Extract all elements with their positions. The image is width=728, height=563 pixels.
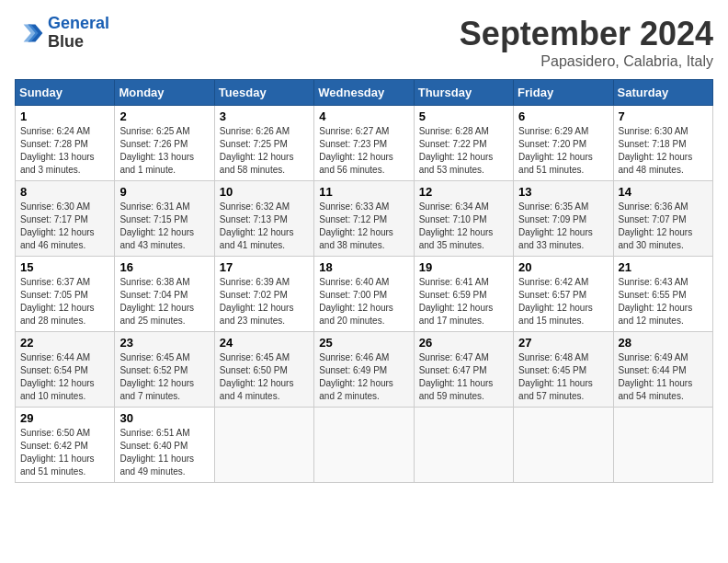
calendar-cell: 25Sunrise: 6:46 AM Sunset: 6:49 PM Dayli… bbox=[314, 332, 414, 408]
calendar-cell: 17Sunrise: 6:39 AM Sunset: 7:02 PM Dayli… bbox=[214, 257, 313, 332]
day-info: Sunrise: 6:46 AM Sunset: 6:49 PM Dayligh… bbox=[319, 351, 408, 403]
header-day-thursday: Thursday bbox=[414, 80, 513, 106]
calendar-table: SundayMondayTuesdayWednesdayThursdayFrid… bbox=[15, 79, 713, 483]
calendar-cell: 3Sunrise: 6:26 AM Sunset: 7:25 PM Daylig… bbox=[214, 106, 313, 181]
day-number: 17 bbox=[220, 260, 309, 274]
day-number: 21 bbox=[619, 260, 708, 274]
day-number: 9 bbox=[119, 185, 209, 199]
day-info: Sunrise: 6:32 AM Sunset: 7:13 PM Dayligh… bbox=[220, 201, 309, 252]
day-number: 2 bbox=[119, 109, 209, 123]
day-info: Sunrise: 6:49 AM Sunset: 6:44 PM Dayligh… bbox=[619, 351, 708, 403]
day-number: 10 bbox=[220, 185, 309, 199]
calendar-cell: 4Sunrise: 6:27 AM Sunset: 7:23 PM Daylig… bbox=[314, 106, 414, 181]
week-row-3: 15Sunrise: 6:37 AM Sunset: 7:05 PM Dayli… bbox=[16, 257, 713, 332]
calendar-cell: 1Sunrise: 6:24 AM Sunset: 7:28 PM Daylig… bbox=[16, 106, 115, 181]
calendar-header-row: SundayMondayTuesdayWednesdayThursdayFrid… bbox=[16, 80, 713, 106]
day-info: Sunrise: 6:31 AM Sunset: 7:15 PM Dayligh… bbox=[119, 201, 209, 252]
day-info: Sunrise: 6:27 AM Sunset: 7:23 PM Dayligh… bbox=[319, 125, 408, 177]
day-info: Sunrise: 6:24 AM Sunset: 7:28 PM Dayligh… bbox=[20, 125, 109, 177]
week-row-4: 22Sunrise: 6:44 AM Sunset: 6:54 PM Dayli… bbox=[16, 332, 713, 408]
day-number: 8 bbox=[20, 185, 109, 199]
calendar-cell: 9Sunrise: 6:31 AM Sunset: 7:15 PM Daylig… bbox=[115, 181, 214, 257]
calendar-cell: 18Sunrise: 6:40 AM Sunset: 7:00 PM Dayli… bbox=[314, 257, 414, 332]
day-info: Sunrise: 6:36 AM Sunset: 7:07 PM Dayligh… bbox=[619, 201, 708, 252]
calendar-cell: 8Sunrise: 6:30 AM Sunset: 7:17 PM Daylig… bbox=[16, 181, 115, 257]
day-info: Sunrise: 6:45 AM Sunset: 6:50 PM Dayligh… bbox=[220, 351, 309, 403]
day-info: Sunrise: 6:37 AM Sunset: 7:05 PM Dayligh… bbox=[20, 276, 109, 327]
calendar-cell: 24Sunrise: 6:45 AM Sunset: 6:50 PM Dayli… bbox=[214, 332, 313, 408]
day-info: Sunrise: 6:47 AM Sunset: 6:47 PM Dayligh… bbox=[419, 351, 508, 403]
day-info: Sunrise: 6:41 AM Sunset: 6:59 PM Dayligh… bbox=[419, 276, 508, 327]
day-info: Sunrise: 6:51 AM Sunset: 6:40 PM Dayligh… bbox=[119, 427, 209, 478]
day-info: Sunrise: 6:48 AM Sunset: 6:45 PM Dayligh… bbox=[518, 351, 608, 403]
calendar-cell: 23Sunrise: 6:45 AM Sunset: 6:52 PM Dayli… bbox=[115, 332, 214, 408]
day-number: 4 bbox=[319, 109, 408, 123]
day-info: Sunrise: 6:50 AM Sunset: 6:42 PM Dayligh… bbox=[20, 427, 109, 478]
calendar-cell: 10Sunrise: 6:32 AM Sunset: 7:13 PM Dayli… bbox=[214, 181, 313, 257]
day-number: 19 bbox=[419, 260, 508, 274]
day-info: Sunrise: 6:35 AM Sunset: 7:09 PM Dayligh… bbox=[518, 201, 608, 252]
calendar-cell: 19Sunrise: 6:41 AM Sunset: 6:59 PM Dayli… bbox=[414, 257, 513, 332]
calendar-cell: 21Sunrise: 6:43 AM Sunset: 6:55 PM Dayli… bbox=[613, 257, 712, 332]
day-number: 6 bbox=[518, 109, 608, 123]
day-number: 25 bbox=[319, 336, 408, 350]
calendar-cell bbox=[514, 408, 613, 483]
day-number: 5 bbox=[419, 109, 508, 123]
header: General Blue September 2024 Papasidero, … bbox=[15, 15, 713, 70]
day-info: Sunrise: 6:30 AM Sunset: 7:18 PM Dayligh… bbox=[619, 125, 708, 177]
header-day-saturday: Saturday bbox=[613, 80, 712, 106]
day-info: Sunrise: 6:30 AM Sunset: 7:17 PM Dayligh… bbox=[20, 201, 109, 252]
week-row-5: 29Sunrise: 6:50 AM Sunset: 6:42 PM Dayli… bbox=[16, 408, 713, 483]
day-number: 7 bbox=[619, 109, 708, 123]
header-day-sunday: Sunday bbox=[16, 80, 115, 106]
day-number: 13 bbox=[518, 185, 608, 199]
day-number: 30 bbox=[119, 411, 209, 425]
calendar-cell: 2Sunrise: 6:25 AM Sunset: 7:26 PM Daylig… bbox=[115, 106, 214, 181]
calendar-cell: 26Sunrise: 6:47 AM Sunset: 6:47 PM Dayli… bbox=[414, 332, 513, 408]
calendar-cell bbox=[214, 408, 313, 483]
header-day-wednesday: Wednesday bbox=[314, 80, 414, 106]
day-info: Sunrise: 6:44 AM Sunset: 6:54 PM Dayligh… bbox=[20, 351, 109, 403]
logo-text: General Blue bbox=[48, 15, 109, 52]
day-info: Sunrise: 6:45 AM Sunset: 6:52 PM Dayligh… bbox=[119, 351, 209, 403]
day-info: Sunrise: 6:34 AM Sunset: 7:10 PM Dayligh… bbox=[419, 201, 508, 252]
calendar-cell: 28Sunrise: 6:49 AM Sunset: 6:44 PM Dayli… bbox=[613, 332, 712, 408]
week-row-1: 1Sunrise: 6:24 AM Sunset: 7:28 PM Daylig… bbox=[16, 106, 713, 181]
day-info: Sunrise: 6:42 AM Sunset: 6:57 PM Dayligh… bbox=[518, 276, 608, 327]
header-day-monday: Monday bbox=[115, 80, 214, 106]
calendar-cell: 14Sunrise: 6:36 AM Sunset: 7:07 PM Dayli… bbox=[613, 181, 712, 257]
calendar-cell: 29Sunrise: 6:50 AM Sunset: 6:42 PM Dayli… bbox=[16, 408, 115, 483]
day-info: Sunrise: 6:40 AM Sunset: 7:00 PM Dayligh… bbox=[319, 276, 408, 327]
calendar-cell bbox=[613, 408, 712, 483]
day-info: Sunrise: 6:33 AM Sunset: 7:12 PM Dayligh… bbox=[319, 201, 408, 252]
day-info: Sunrise: 6:28 AM Sunset: 7:22 PM Dayligh… bbox=[419, 125, 508, 177]
calendar-cell: 15Sunrise: 6:37 AM Sunset: 7:05 PM Dayli… bbox=[16, 257, 115, 332]
day-number: 18 bbox=[319, 260, 408, 274]
calendar-cell: 6Sunrise: 6:29 AM Sunset: 7:20 PM Daylig… bbox=[514, 106, 613, 181]
header-day-friday: Friday bbox=[514, 80, 613, 106]
title-section: September 2024 Papasidero, Calabria, Ita… bbox=[460, 15, 713, 70]
day-info: Sunrise: 6:39 AM Sunset: 7:02 PM Dayligh… bbox=[220, 276, 309, 327]
calendar-cell: 5Sunrise: 6:28 AM Sunset: 7:22 PM Daylig… bbox=[414, 106, 513, 181]
day-number: 26 bbox=[419, 336, 508, 350]
day-info: Sunrise: 6:26 AM Sunset: 7:25 PM Dayligh… bbox=[220, 125, 309, 177]
calendar-cell: 13Sunrise: 6:35 AM Sunset: 7:09 PM Dayli… bbox=[514, 181, 613, 257]
day-number: 27 bbox=[518, 336, 608, 350]
day-number: 20 bbox=[518, 260, 608, 274]
calendar-cell bbox=[314, 408, 414, 483]
day-number: 11 bbox=[319, 185, 408, 199]
calendar-cell: 16Sunrise: 6:38 AM Sunset: 7:04 PM Dayli… bbox=[115, 257, 214, 332]
logo-icon bbox=[15, 18, 44, 48]
day-number: 1 bbox=[20, 109, 109, 123]
day-number: 23 bbox=[119, 336, 209, 350]
month-title: September 2024 bbox=[460, 15, 713, 53]
calendar-cell: 20Sunrise: 6:42 AM Sunset: 6:57 PM Dayli… bbox=[514, 257, 613, 332]
calendar-cell: 27Sunrise: 6:48 AM Sunset: 6:45 PM Dayli… bbox=[514, 332, 613, 408]
day-number: 28 bbox=[619, 336, 708, 350]
day-number: 12 bbox=[419, 185, 508, 199]
day-info: Sunrise: 6:29 AM Sunset: 7:20 PM Dayligh… bbox=[518, 125, 608, 177]
calendar-cell: 7Sunrise: 6:30 AM Sunset: 7:18 PM Daylig… bbox=[613, 106, 712, 181]
logo-line2: Blue bbox=[48, 33, 109, 52]
day-info: Sunrise: 6:38 AM Sunset: 7:04 PM Dayligh… bbox=[119, 276, 209, 327]
day-info: Sunrise: 6:43 AM Sunset: 6:55 PM Dayligh… bbox=[619, 276, 708, 327]
